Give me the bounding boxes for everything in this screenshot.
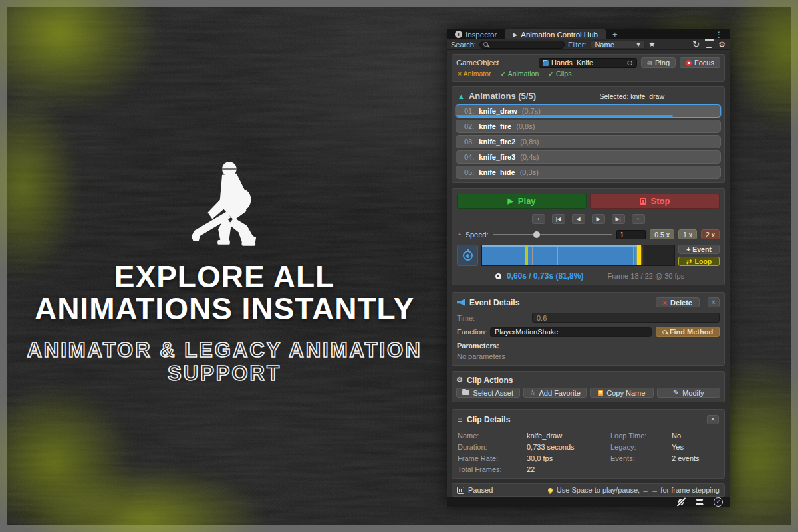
focus-button[interactable]: Focus — [680, 57, 720, 68]
item-name: knife_fire2 — [479, 138, 515, 146]
copy-name-label: Copy Name — [606, 389, 645, 397]
playback-status-row: 0,60s / 0,73s (81,8%) —— Frame 18 / 22 @… — [457, 271, 720, 281]
step-back-button[interactable]: ‹ — [532, 214, 545, 224]
animation-item-knife-hide[interactable]: 05. knife_hide (0,3s) — [456, 166, 721, 179]
star-icon: ☆ — [529, 388, 536, 397]
animation-item-knife-fire2[interactable]: 03. knife_fire2 (0,8s) — [456, 135, 721, 148]
hero-subtitle-line1: ANIMATOR & LEGACY ANIMATION — [17, 338, 432, 362]
find-method-button[interactable]: Find Method — [656, 327, 720, 337]
loop-toggle-button[interactable]: ⇄ Loop — [678, 257, 720, 266]
speed-slider[interactable] — [493, 230, 613, 239]
favorites-star-button[interactable]: ★ — [648, 40, 655, 49]
playback-section: ▶ Play Stop ‹ |◀ ◀ ▶ ▶| › — [452, 188, 725, 285]
layers-icon[interactable] — [695, 498, 704, 506]
hint-text: Use Space to play/pause, ← → for frame s… — [557, 486, 720, 494]
event-details-section: Event Details × Delete × Time: 0.6 Funct… — [452, 292, 725, 366]
item-index: 03. — [464, 138, 474, 146]
stop-label: Stop — [651, 196, 670, 206]
time-indicator-icon — [495, 273, 501, 279]
timeline-stopwatch-button[interactable] — [457, 245, 478, 266]
speed-2x-button[interactable]: 2 x — [701, 229, 720, 239]
animations-header[interactable]: ▲ Animations (5/5) Selected: knife_draw — [456, 90, 721, 102]
tab-active-label: Animation Control Hub — [521, 31, 598, 39]
clip-details-title: Clip Details — [467, 415, 510, 424]
check-mark-icon: ✓ — [548, 70, 554, 78]
skip-start-button[interactable]: |◀ — [552, 214, 565, 224]
add-tab-button[interactable]: + — [606, 29, 624, 39]
find-method-label: Find Method — [670, 328, 713, 336]
copy-name-button[interactable]: Copy Name — [590, 388, 654, 398]
animation-item-knife-fire3[interactable]: 04. knife_fire3 (0,4s) — [456, 150, 721, 164]
ping-button[interactable]: ⊛ Ping — [641, 57, 676, 68]
item-name: knife_fire — [479, 122, 511, 130]
animation-item-knife-draw[interactable]: 01. knife_draw (0,7s) — [456, 104, 721, 118]
delete-x-icon: × — [663, 299, 667, 307]
hero-title-line2: ANIMATIONS INSTANTLY — [17, 293, 432, 325]
detail-label: Legacy: — [610, 443, 672, 451]
tab-inspector[interactable]: i Inspector — [447, 29, 505, 39]
search-label: Search: — [451, 41, 476, 49]
timeline-scrubber[interactable] — [481, 245, 675, 266]
filter-dropdown[interactable]: Name ▼ — [591, 40, 645, 49]
editor-bottom-strip: ✓ — [447, 497, 730, 507]
check-mark-icon: ✓ — [501, 70, 507, 78]
delete-event-button[interactable]: × Delete — [656, 297, 700, 307]
search-input[interactable] — [479, 41, 565, 49]
detail-value: knife_draw — [527, 432, 610, 440]
timeline-event-marker[interactable] — [525, 245, 528, 265]
animator-badge: × Animator — [458, 70, 491, 78]
object-picker-icon[interactable]: ⊙ — [626, 59, 632, 67]
item-duration: (0,7s) — [522, 107, 541, 115]
speed-gauge-icon: ◔ — [457, 231, 462, 239]
speed-1x-button[interactable]: 1 x — [678, 229, 697, 239]
play-icon: ▶ — [513, 31, 517, 38]
window-menu-button[interactable]: ⋮ — [708, 29, 730, 39]
item-duration: (0,3s) — [520, 168, 539, 176]
item-name: knife_fire3 — [479, 153, 515, 161]
close-details-button[interactable]: × — [707, 415, 719, 424]
animation-item-knife-fire[interactable]: 02. knife_fire (0,8s) — [456, 120, 721, 133]
step-forward-button[interactable]: › — [632, 214, 645, 224]
detail-value: Yes — [672, 443, 719, 451]
speed-value-input[interactable]: 1 — [616, 230, 646, 239]
item-progress-bar — [456, 115, 673, 117]
soldier-sketch — [188, 158, 260, 250]
refresh-button[interactable]: ↻ — [692, 39, 700, 49]
detail-value: 0,733 seconds — [527, 443, 610, 451]
x-mark-icon: × — [458, 70, 462, 78]
frame-back-button[interactable]: ◀ — [572, 214, 585, 224]
chevron-down-icon: ▼ — [636, 41, 642, 48]
add-favorite-button[interactable]: ☆ Add Favorite — [523, 388, 587, 398]
debug-muted-icon[interactable] — [676, 497, 686, 507]
frame-status: Frame 18 / 22 @ 30 fps — [607, 272, 684, 280]
animation-badge-label: Animation — [508, 70, 539, 78]
panel-content: GameObject Hands_Knife ⊙ ⊛ Ping Focus — [447, 50, 730, 497]
speed-label: Speed: — [466, 231, 489, 239]
settings-gear-button[interactable]: ⚙ — [718, 40, 726, 49]
select-asset-label: Select Asset — [473, 389, 513, 397]
select-asset-button[interactable]: Select Asset — [456, 388, 520, 398]
trash-button[interactable] — [706, 41, 712, 48]
tab-animation-control-hub[interactable]: ▶ Animation Control Hub — [505, 29, 606, 39]
function-input[interactable]: PlayerMotionShake — [490, 327, 652, 337]
gear-icon: ⚙ — [456, 376, 463, 384]
detail-label — [610, 466, 672, 473]
time-input[interactable]: 0.6 — [532, 313, 720, 323]
slider-thumb[interactable] — [533, 231, 540, 238]
modify-button[interactable]: ✎ Modify — [657, 388, 721, 398]
play-button[interactable]: ▶ Play — [457, 194, 587, 209]
animator-badge-label: Animator — [463, 70, 491, 78]
clip-actions-section: ⚙ Clip Actions Select Asset ☆ Add Favori… — [452, 371, 725, 402]
skip-end-button[interactable]: ▶| — [612, 214, 625, 224]
stop-button[interactable]: Stop — [590, 194, 720, 209]
speed-05x-button[interactable]: 0.5 x — [650, 229, 674, 239]
frame-forward-button[interactable]: ▶ — [592, 214, 605, 224]
gameobject-field[interactable]: Hands_Knife ⊙ — [539, 58, 637, 68]
add-event-button[interactable]: + Event — [678, 245, 720, 254]
check-circle-icon[interactable]: ✓ — [714, 497, 723, 507]
timeline-playhead[interactable] — [637, 245, 641, 265]
clip-actions-buttons: Select Asset ☆ Add Favorite Copy Name ✎ … — [456, 388, 720, 398]
close-event-button[interactable]: × — [708, 297, 720, 307]
transport-controls: ‹ |◀ ◀ ▶ ▶| › — [457, 214, 720, 224]
loop-icon: ⇄ — [686, 257, 692, 265]
